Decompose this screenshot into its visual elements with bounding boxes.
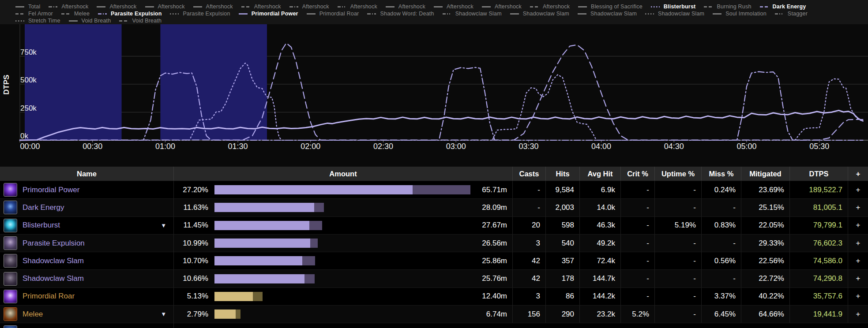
legend-item-parasite-expulsion[interactable]: Parasite Expulsion	[98, 11, 162, 17]
shadowclaw-slam-icon[interactable]	[4, 272, 17, 286]
primordial-power-icon[interactable]	[4, 183, 17, 197]
chart-canvas[interactable]: 0k250k500k750kDTPS00:0000:3001:0001:3002…	[0, 0, 868, 167]
x-tick-label: 01:30	[228, 142, 248, 151]
x-tick-label: 04:30	[664, 142, 684, 151]
legend-item-shadow-word-death[interactable]: Shadow Word: Death	[367, 11, 434, 17]
ability-name-link[interactable]: Shadowclaw Slam	[23, 274, 84, 283]
legend-item-fel-armor[interactable]: Fel Armor	[15, 11, 53, 17]
legend-item-void-breath[interactable]: Void Breath	[119, 18, 162, 24]
parasite-expulsion-icon[interactable]	[4, 236, 17, 250]
amount-percent: 11.45%	[174, 221, 208, 230]
ability-name-link[interactable]: Primordial Power	[23, 186, 79, 194]
avg-hit-value: 144.2k	[580, 288, 621, 305]
column-header-name[interactable]: Name	[0, 167, 174, 181]
amount-percent: 10.66%	[174, 274, 208, 283]
table-row-melee: Melee▼2.79%6.74m15629023.2k5.2%-6.45%64.…	[0, 306, 868, 323]
column-header-miss-[interactable]: Miss %	[702, 167, 741, 181]
legend-item-stagger[interactable]: Stagger	[774, 11, 808, 17]
expand-caret-icon[interactable]: ▼	[161, 222, 166, 229]
uptime-pct-value: -	[655, 235, 702, 252]
dark-energy-icon[interactable]	[4, 201, 17, 214]
blisterburst-icon[interactable]	[4, 219, 17, 232]
column-header-mitigated[interactable]: Mitigated	[741, 167, 790, 181]
legend-item-aftershock[interactable]: Aftershock	[385, 4, 425, 10]
x-tick-label: 04:00	[591, 142, 611, 151]
legend-item-dark-energy[interactable]: Dark Energy	[759, 4, 806, 10]
dtps-value: 19,441.9	[790, 306, 848, 323]
legend-item-melee[interactable]: Melee	[61, 11, 90, 17]
amount-bar-unmitigated	[214, 239, 310, 248]
column-header--[interactable]: +	[848, 167, 868, 181]
legend-item-aftershock[interactable]: Aftershock	[481, 4, 522, 10]
add-pin-button[interactable]: +	[848, 306, 868, 323]
amount-bar-mitigated	[304, 274, 315, 283]
column-header-crit-[interactable]: Crit %	[621, 167, 655, 181]
legend-item-aftershock[interactable]: Aftershock	[193, 4, 233, 10]
legend-item-aftershock[interactable]: Aftershock	[530, 4, 570, 10]
dtps-value: 74,586.0	[790, 252, 848, 269]
legend-item-label: Dark Energy	[773, 4, 806, 10]
column-header-casts[interactable]: Casts	[513, 167, 546, 181]
legend-item-aftershock[interactable]: Aftershock	[48, 4, 88, 10]
column-header-dtps[interactable]: DTPS	[790, 167, 848, 181]
legend-item-total[interactable]: Total	[15, 4, 40, 10]
add-pin-button[interactable]: +	[848, 235, 868, 252]
add-pin-button[interactable]: +	[848, 252, 868, 269]
crit-pct-value: -	[621, 235, 655, 252]
miss-pct-value: 0.83%	[702, 217, 741, 234]
legend-item-stretch-time[interactable]: Stretch Time	[15, 18, 60, 24]
expand-caret-icon[interactable]: ▼	[161, 311, 166, 317]
melee-icon[interactable]	[4, 307, 17, 321]
dtps-chart[interactable]: 0k250k500k750kDTPS00:0000:3001:0001:3002…	[0, 0, 868, 167]
legend-item-label: Shadowclaw Slam	[590, 11, 637, 17]
add-pin-button[interactable]: +	[848, 288, 868, 305]
add-pin-button[interactable]: +	[848, 181, 868, 198]
primordial-roar-icon[interactable]	[4, 290, 17, 303]
legend-item-aftershock[interactable]: Aftershock	[433, 4, 473, 10]
legend-item-shadowclaw-slam[interactable]: Shadowclaw Slam	[510, 11, 569, 17]
ability-name-link[interactable]: Dark Energy	[23, 203, 64, 212]
column-header-avg-hit[interactable]: Avg Hit	[580, 167, 621, 181]
legend-item-aftershock[interactable]: Aftershock	[241, 4, 281, 10]
ability-name-link[interactable]: Primordial Roar	[23, 292, 75, 301]
ability-name-link[interactable]: Blisterburst	[23, 221, 60, 230]
legend-item-shadowclaw-slam[interactable]: Shadowclaw Slam	[442, 11, 502, 17]
legend-item-label: Primordial Power	[252, 11, 298, 17]
column-header-amount[interactable]: Amount	[174, 167, 513, 181]
legend-item-soul-immolation[interactable]: Soul Immolation	[712, 11, 767, 17]
legend-marker-line-icon	[759, 6, 769, 8]
add-pin-button[interactable]: +	[848, 217, 868, 234]
legend-item-aftershock[interactable]: Aftershock	[289, 4, 329, 10]
legend-item-primordial-power[interactable]: Primordial Power	[238, 11, 298, 17]
legend-item-shadowclaw-slam[interactable]: Shadowclaw Slam	[577, 11, 637, 17]
ability-name-link[interactable]: Melee	[23, 310, 43, 319]
legend-item-aftershock[interactable]: Aftershock	[337, 4, 377, 10]
legend-item-void-breath[interactable]: Void Breath	[68, 18, 111, 24]
table-header-row: NameAmountCastsHitsAvg HitCrit %Uptime %…	[0, 167, 868, 181]
legend-item-shadowclaw-slam[interactable]: Shadowclaw Slam	[645, 11, 704, 17]
legend-item-blisterburst[interactable]: Blisterburst	[650, 4, 696, 10]
legend-item-parasite-expulsion[interactable]: Parasite Expulsion	[169, 11, 230, 17]
ability-name-link[interactable]: Parasite Expulsion	[23, 239, 85, 248]
legend-item-burning-rush[interactable]: Burning Rush	[703, 4, 751, 10]
column-header-uptime-[interactable]: Uptime %	[655, 167, 702, 181]
add-pin-button[interactable]: +	[848, 270, 868, 287]
avg-hit-value: 144.7k	[580, 270, 621, 287]
legend-item-aftershock[interactable]: Aftershock	[145, 4, 185, 10]
casts-value: 3	[513, 235, 546, 252]
legend-item-aftershock[interactable]: Aftershock	[96, 4, 136, 10]
legend-marker-line-icon	[645, 13, 654, 15]
legend-item-label: Aftershock	[254, 4, 281, 10]
legend-item-blessing-of-sacrifice[interactable]: Blessing of Sacrifice	[578, 4, 643, 10]
legend-item-primordial-roar[interactable]: Primordial Roar	[306, 11, 359, 17]
x-tick-label: 02:00	[301, 142, 320, 151]
legend-marker-line-icon	[530, 6, 539, 8]
legend-item-label: Shadowclaw Slam	[455, 11, 502, 17]
hits-value: 290	[546, 306, 580, 323]
dtps-value: 74,290.8	[790, 270, 848, 287]
add-pin-button[interactable]: +	[848, 199, 868, 216]
ability-name-link[interactable]: Shadowclaw Slam	[23, 257, 84, 265]
column-header-hits[interactable]: Hits	[546, 167, 580, 181]
shadowclaw-slam-icon[interactable]	[4, 254, 17, 268]
unknown-blue-icon[interactable]	[4, 325, 17, 328]
